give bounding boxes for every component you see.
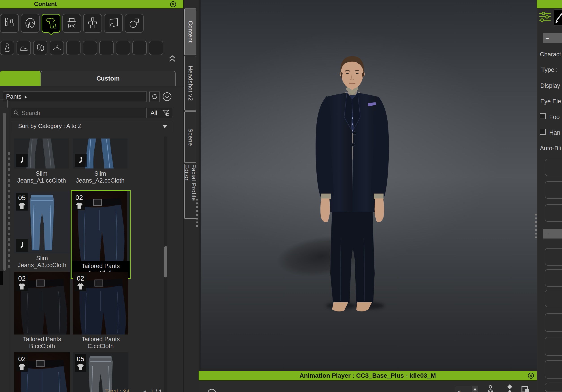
hair-icon[interactable]: [21, 14, 40, 33]
tab-template[interactable]: [0, 71, 40, 86]
avatar-pose-icon[interactable]: [83, 14, 102, 33]
spinner-up-icon[interactable]: [472, 386, 478, 392]
adjust-sliders-icon[interactable]: [539, 11, 551, 23]
tab-custom[interactable]: Custom: [40, 71, 176, 86]
grid-item[interactable]: 05: [14, 191, 70, 253]
dock-tab-headshot-v2[interactable]: Headshot v2: [184, 56, 196, 110]
category-slot-empty[interactable]: [116, 41, 130, 55]
category-slot-empty[interactable]: [66, 41, 81, 55]
item-label: SlimJeans_A1.ccCloth: [14, 170, 69, 184]
frame-spinner-value: 0: [457, 390, 461, 392]
dock-tab-facial-profile-editor[interactable]: Facial Profile Editor: [184, 164, 196, 219]
scene-icon[interactable]: [104, 14, 123, 33]
search-scope-all[interactable]: All: [146, 108, 161, 118]
total-count: Total : 34: [105, 388, 130, 392]
gloves-icon[interactable]: [33, 41, 47, 55]
label-auto-blink: Auto-Bli: [540, 145, 561, 152]
collapsed-field[interactable]: –: [543, 33, 562, 43]
category-slot-empty[interactable]: [99, 41, 114, 55]
modify-option-button[interactable]: [545, 337, 562, 356]
modify-option-button[interactable]: [545, 204, 562, 222]
splitter-grip[interactable]: [196, 199, 198, 227]
modify-panel-header[interactable]: [537, 0, 562, 8]
viewport-3d[interactable]: [201, 0, 537, 368]
dock-tab-content[interactable]: Content: [184, 9, 196, 55]
sort-dropdown[interactable]: Sort by Category : A to Z: [11, 121, 172, 131]
grid-item[interactable]: 02: [14, 352, 70, 392]
cloth-icon[interactable]: [42, 14, 60, 33]
item-count-badge: 02: [16, 274, 28, 291]
grid-scrollbar-thumb[interactable]: [164, 246, 167, 277]
material-icon[interactable]: [125, 14, 144, 33]
motion-figure-icon[interactable]: [505, 384, 514, 392]
shoe-icon[interactable]: [17, 41, 31, 55]
item-label: SlimJeans_A3.ccCloth: [14, 255, 70, 269]
category-slot-empty[interactable]: [83, 41, 97, 55]
refresh-button[interactable]: [149, 92, 160, 102]
breadcrumb-arrow-icon: [25, 95, 27, 99]
label-display: Display: [540, 82, 560, 89]
grid-item[interactable]: 05: [73, 352, 128, 392]
item-count-badge: 02: [73, 193, 85, 210]
modify-option-button[interactable]: [545, 159, 562, 176]
modify-option-button[interactable]: [545, 290, 562, 307]
tab-divider: [0, 86, 183, 86]
category-slot-empty[interactable]: [149, 41, 163, 55]
dock-tab-scene[interactable]: Scene: [184, 111, 196, 163]
export-icon[interactable]: [521, 385, 530, 392]
checkbox-hand-contact[interactable]: [540, 129, 546, 135]
item-count-badge: 02: [75, 274, 86, 291]
animation-player-close-icon[interactable]: [527, 372, 535, 379]
character-icon[interactable]: [487, 385, 494, 392]
item-count-badge: 05: [16, 193, 28, 211]
checkbox-foot-contact[interactable]: [540, 113, 546, 119]
collapsed-field[interactable]: –: [543, 229, 562, 238]
character-creator-window: Content Custom Pants: [0, 0, 562, 392]
category-row-primary: [0, 14, 183, 35]
flame-badge-icon: [16, 154, 28, 167]
page-prev-icon[interactable]: ◄: [141, 388, 147, 392]
content-panel-title: Content: [0, 0, 91, 8]
label-type: Type :: [541, 66, 558, 73]
funnel-gear-icon[interactable]: [162, 109, 171, 117]
chevron-circle-down-icon[interactable]: [162, 92, 172, 102]
resize-grip[interactable]: [8, 152, 10, 269]
label-hand-contact: Han: [549, 129, 561, 136]
grid-item[interactable]: [14, 139, 69, 168]
item-count-badge: 02: [16, 354, 28, 372]
makeup-icon[interactable]: [0, 14, 19, 33]
search-bar: All: [11, 108, 172, 118]
tree-scrollbar-gap: [0, 271, 3, 285]
item-thumbnail[interactable]: 02: [71, 191, 130, 261]
content-panel-close-icon[interactable]: [170, 1, 177, 8]
dress-icon[interactable]: [0, 41, 14, 55]
search-input[interactable]: [21, 108, 143, 118]
grid-item[interactable]: [73, 139, 128, 168]
collapsed-tree-button[interactable]: [0, 100, 8, 108]
collapse-panel-icon[interactable]: [168, 55, 178, 64]
frame-spinner[interactable]: 0: [455, 386, 478, 392]
grid-item[interactable]: 02: [73, 272, 128, 334]
grid-item[interactable]: 02: [14, 272, 70, 334]
character-model[interactable]: [299, 50, 406, 314]
label-foot-contact: Foo: [549, 114, 560, 121]
category-slot-empty[interactable]: [132, 41, 147, 55]
modify-option-button[interactable]: [545, 248, 562, 266]
active-tool-button[interactable]: [554, 9, 562, 25]
accessory-icon[interactable]: [62, 14, 81, 33]
modify-option-button[interactable]: [545, 269, 562, 287]
breadcrumb[interactable]: Pants: [3, 92, 147, 102]
flame-badge-icon: [75, 154, 87, 167]
modify-option-button[interactable]: [545, 313, 562, 332]
grid-item-selected[interactable]: 02Tailored PantsA.ccCloth: [71, 190, 131, 279]
modify-option-button[interactable]: [545, 181, 562, 199]
search-icon: [13, 110, 19, 117]
modify-option-button[interactable]: [545, 383, 562, 392]
panel-splitter[interactable]: [199, 0, 201, 392]
chevron-down-icon: [163, 125, 167, 128]
splitter-grip[interactable]: [535, 214, 537, 239]
tree-scrollbar[interactable]: [3, 113, 6, 271]
item-label: Tailored PantsB.ccCloth: [14, 336, 70, 350]
hanger-icon[interactable]: [50, 41, 64, 55]
modify-option-button[interactable]: [545, 360, 562, 379]
